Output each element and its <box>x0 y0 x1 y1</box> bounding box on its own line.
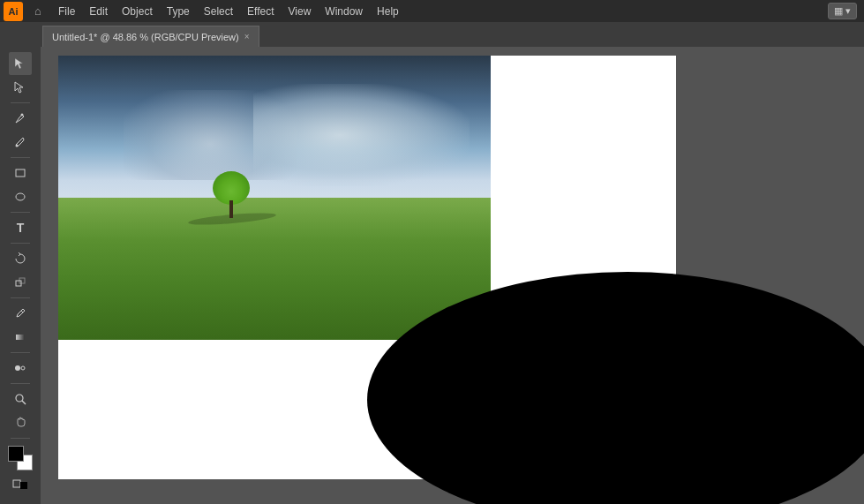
svg-rect-7 <box>16 335 25 340</box>
tool-separator-6 <box>11 352 30 353</box>
type-tool[interactable]: T <box>9 216 32 239</box>
zoom-tool[interactable] <box>9 387 32 410</box>
object-menu[interactable]: Object <box>115 3 160 20</box>
foreground-color-swatch[interactable] <box>8 446 24 462</box>
tool-separator-1 <box>11 102 30 103</box>
select-tool[interactable] <box>9 52 32 75</box>
photo-object[interactable] <box>58 56 491 340</box>
svg-point-10 <box>16 395 23 402</box>
file-menu[interactable]: File <box>51 3 82 20</box>
brush-tool-icon <box>14 136 26 148</box>
dropdown-arrow-icon: ▾ <box>845 5 851 17</box>
svg-rect-2 <box>16 169 25 177</box>
stroke-fill-icon <box>12 479 28 490</box>
direct-select-tool[interactable] <box>9 76 32 99</box>
help-menu[interactable]: Help <box>370 3 406 20</box>
canvas-area <box>41 47 864 504</box>
scale-tool[interactable] <box>9 271 32 294</box>
effect-menu[interactable]: Effect <box>240 3 281 20</box>
ellipse-tool[interactable] <box>9 185 32 208</box>
eyedropper-tool[interactable] <box>9 302 32 325</box>
hand-tool-icon <box>14 417 26 429</box>
svg-rect-13 <box>20 482 27 489</box>
type-tool-icon: T <box>17 221 25 235</box>
select-menu[interactable]: Select <box>197 3 240 20</box>
tree-trunk <box>229 200 233 218</box>
window-menu[interactable]: Window <box>318 3 370 20</box>
view-menu[interactable]: View <box>282 3 319 20</box>
tab-bar: Untitled-1* @ 48.86 % (RGB/CPU Preview) … <box>0 22 864 47</box>
color-swatches[interactable] <box>8 446 33 470</box>
tool-separator-2 <box>11 157 30 158</box>
tab-title: Untitled-1* @ 48.86 % (RGB/CPU Preview) <box>52 32 239 42</box>
left-toolbar: T <box>0 47 41 504</box>
color-mode-buttons <box>9 473 32 496</box>
tool-separator-7 <box>11 383 30 384</box>
ellipse-tool-icon <box>14 191 26 203</box>
tool-separator-8 <box>11 438 30 439</box>
svg-line-6 <box>21 311 23 312</box>
pen-tool[interactable] <box>9 107 32 130</box>
photo-content <box>58 56 491 340</box>
tool-separator-3 <box>11 212 30 213</box>
blend-tool[interactable] <box>9 357 32 380</box>
view-toggle-group: ▦ ▾ <box>828 3 857 19</box>
gradient-tool-icon <box>14 331 26 343</box>
shape-tool-icon <box>14 167 26 179</box>
svg-point-1 <box>16 145 19 147</box>
shape-tool[interactable] <box>9 162 32 184</box>
type-menu[interactable]: Type <box>160 3 197 20</box>
svg-point-3 <box>16 193 25 200</box>
eyedropper-tool-icon <box>14 307 26 320</box>
gradient-tool[interactable] <box>9 326 32 349</box>
svg-rect-12 <box>13 480 20 487</box>
zoom-tool-icon <box>14 393 26 405</box>
select-tool-icon <box>14 57 26 70</box>
tool-separator-4 <box>11 243 30 244</box>
home-button[interactable]: ⌂ <box>28 2 48 21</box>
clouds-layer <box>58 84 491 212</box>
direct-select-tool-icon <box>14 81 26 94</box>
hand-tool[interactable] <box>9 411 32 434</box>
tree <box>214 165 249 218</box>
pen-tool-icon <box>14 112 26 124</box>
menu-bar: Ai ⌂ File Edit Object Type Select Effect… <box>0 0 864 22</box>
svg-line-11 <box>22 401 26 404</box>
svg-point-8 <box>15 365 20 371</box>
svg-point-9 <box>21 366 25 370</box>
brush-tool[interactable] <box>9 131 32 154</box>
cloud-2 <box>253 84 470 186</box>
tab-close-button[interactable]: × <box>244 32 250 41</box>
rotate-tool-icon <box>14 252 26 265</box>
tool-separator-5 <box>11 297 30 298</box>
main-area: T <box>0 47 864 504</box>
scale-tool-icon <box>14 276 26 289</box>
rotate-tool[interactable] <box>9 247 32 270</box>
blend-tool-icon <box>14 362 26 374</box>
grid-icon: ▦ <box>834 5 843 17</box>
edit-menu[interactable]: Edit <box>82 3 115 20</box>
view-toggle-button[interactable]: ▦ ▾ <box>828 3 857 19</box>
svg-point-0 <box>21 114 24 117</box>
ai-logo: Ai <box>4 2 23 21</box>
document-tab[interactable]: Untitled-1* @ 48.86 % (RGB/CPU Preview) … <box>42 26 259 47</box>
